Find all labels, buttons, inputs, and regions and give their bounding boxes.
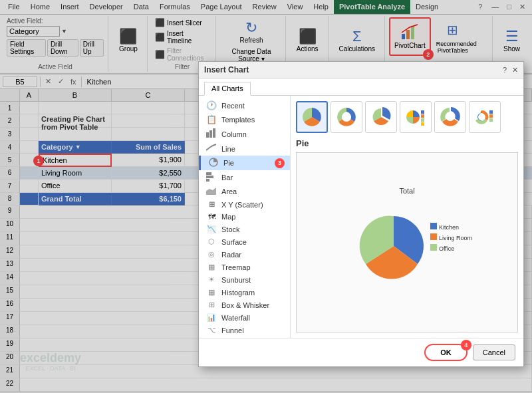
svg-rect-20: [489, 110, 493, 114]
chart-variants-row: [296, 101, 518, 133]
svg-rect-17: [421, 122, 424, 126]
area-icon: [205, 187, 217, 196]
templates-icon: 📋: [205, 114, 217, 124]
chart-type-bar[interactable]: Bar: [199, 170, 290, 185]
column-icon: [205, 128, 217, 140]
chart-type-map[interactable]: 🗺 Map: [199, 211, 290, 223]
badge-4: 4: [461, 340, 471, 350]
recent-icon: 🕐: [205, 100, 217, 110]
pie-variant-4[interactable]: [400, 101, 432, 133]
stock-icon: 📉: [205, 225, 217, 233]
svg-text:Kitchen: Kitchen: [439, 224, 459, 231]
svg-rect-15: [421, 114, 424, 118]
dialog-title: Insert Chart: [204, 65, 249, 74]
dialog-overlay: Insert Chart ? ✕ All Charts 🕐 Recent 📋 T…: [0, 0, 532, 393]
chart-type-radar[interactable]: ◎ Radar: [199, 248, 290, 261]
svg-text:Total: Total: [399, 187, 414, 195]
svg-rect-14: [421, 110, 424, 114]
svg-rect-28: [430, 244, 437, 251]
chart-type-boxwhisker[interactable]: ⊞ Box & Whisker: [199, 299, 290, 311]
chart-type-waterfall[interactable]: 📊 Waterfall: [199, 311, 290, 324]
selected-chart-type-label: Pie: [296, 138, 518, 148]
svg-point-19: [478, 114, 485, 120]
histogram-icon: ▦: [205, 288, 217, 297]
svg-rect-24: [430, 223, 437, 229]
chart-type-surface[interactable]: ⬡ Surface: [199, 235, 290, 248]
svg-rect-9: [206, 179, 209, 182]
chart-type-templates[interactable]: 📋 Templates: [199, 112, 290, 126]
chart-preview-area: Total Kitchen Living Room: [296, 152, 518, 332]
svg-rect-21: [489, 114, 493, 118]
pie-variant-6[interactable]: [469, 101, 501, 133]
svg-rect-5: [213, 128, 215, 138]
svg-rect-22: [489, 118, 493, 122]
svg-rect-7: [206, 172, 211, 175]
chart-type-column[interactable]: Column: [199, 126, 290, 142]
pie-variant-1[interactable]: [296, 101, 328, 133]
pie-chart-preview: Total Kitchen Living Room: [334, 183, 480, 303]
pie-variant-3[interactable]: [365, 101, 397, 133]
dialog-tab-all-charts[interactable]: All Charts: [204, 82, 251, 96]
chart-type-sunburst[interactable]: ☀ Sunburst: [199, 273, 290, 286]
svg-point-18: [446, 113, 454, 121]
dialog-help-btn[interactable]: ?: [503, 66, 507, 74]
svg-marker-10: [206, 188, 216, 195]
line-icon: [205, 144, 217, 154]
pie-variant-5[interactable]: [434, 101, 466, 133]
badge-3: 3: [275, 158, 285, 168]
ok-button[interactable]: OK 4: [424, 344, 467, 361]
dialog-tab-bar: All Charts: [199, 78, 523, 96]
boxwhisker-icon: ⊞: [205, 301, 217, 309]
svg-rect-4: [209, 130, 212, 138]
bar-icon: [205, 172, 217, 183]
chart-types-list: 🕐 Recent 📋 Templates Column: [199, 96, 291, 338]
dialog-footer: OK 4 Cancel: [199, 338, 523, 366]
chart-type-line[interactable]: Line: [199, 142, 290, 156]
chart-type-area[interactable]: Area: [199, 185, 290, 198]
chart-type-stock[interactable]: 📉 Stock: [199, 223, 290, 235]
surface-icon: ⬡: [205, 237, 217, 246]
chart-type-recent[interactable]: 🕐 Recent: [199, 98, 290, 112]
cancel-button[interactable]: Cancel: [473, 344, 515, 360]
chart-right-panel: Pie Total Kitche: [291, 96, 523, 338]
svg-rect-16: [421, 118, 424, 122]
chart-type-histogram[interactable]: ▦ Histogram: [199, 286, 290, 299]
insert-chart-dialog: Insert Chart ? ✕ All Charts 🕐 Recent 📋 T…: [198, 61, 524, 367]
xy-icon: ⊞: [205, 200, 217, 209]
svg-text:Office: Office: [439, 245, 454, 252]
svg-text:Living Room: Living Room: [439, 235, 472, 241]
map-icon: 🗺: [205, 213, 217, 221]
svg-rect-8: [206, 176, 213, 178]
funnel-icon: ⌥: [205, 326, 217, 334]
sunburst-icon: ☀: [205, 275, 217, 284]
treemap-icon: ▦: [205, 263, 217, 271]
chart-type-treemap[interactable]: ▦ Treemap: [199, 261, 290, 273]
chart-type-funnel[interactable]: ⌥ Funnel: [199, 324, 290, 336]
radar-icon: ◎: [205, 250, 217, 259]
chart-type-xy[interactable]: ⊞ X Y (Scatter): [199, 198, 290, 211]
pie-variant-2[interactable]: [331, 101, 362, 133]
svg-rect-26: [430, 233, 437, 240]
svg-rect-3: [206, 132, 209, 138]
chart-type-pie[interactable]: Pie 3: [199, 156, 290, 170]
dialog-close-btn[interactable]: ✕: [512, 66, 518, 74]
dialog-body: 🕐 Recent 📋 Templates Column: [199, 96, 523, 338]
svg-point-12: [342, 112, 351, 122]
pie-icon: [207, 158, 219, 168]
dialog-titlebar: Insert Chart ? ✕: [199, 62, 523, 78]
waterfall-icon: 📊: [205, 313, 217, 322]
